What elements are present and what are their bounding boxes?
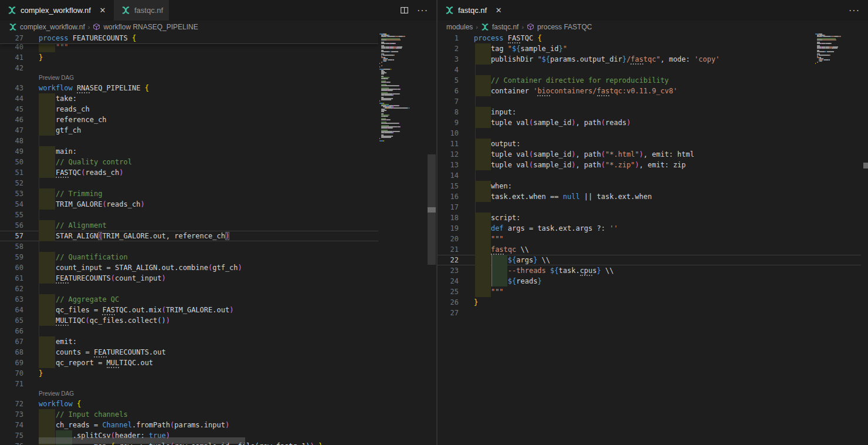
breadcrumb-item[interactable]: complex_workflow.nf (9, 23, 85, 31)
line-number[interactable]: 16 (438, 191, 459, 202)
code-line[interactable]: 52 (0, 178, 378, 188)
line-number[interactable]: 25 (438, 286, 459, 297)
code-line[interactable]: 44 take: (0, 93, 378, 104)
line-number[interactable]: 48 (0, 136, 23, 146)
line-number[interactable]: 63 (0, 294, 23, 305)
code-area[interactable]: 1process FASTQC {2 tag "${sample_id}"3 p… (438, 33, 861, 318)
horizontal-scrollbar[interactable] (39, 437, 245, 444)
code-line[interactable]: 56 // Alignment (0, 220, 378, 231)
line-number[interactable]: 50 (0, 157, 23, 167)
codelens-link[interactable]: Preview DAG (39, 75, 74, 81)
line-number[interactable]: 20 (438, 234, 459, 244)
code-line[interactable]: 71 (0, 379, 378, 389)
close-icon[interactable]: ✕ (97, 6, 108, 15)
line-number[interactable]: 44 (0, 93, 23, 104)
breadcrumb-item[interactable]: process FASTQC (527, 23, 592, 31)
code-line[interactable]: 17 (438, 202, 861, 213)
line-number[interactable]: 49 (0, 146, 23, 157)
line-number[interactable]: 45 (0, 104, 23, 114)
line-number[interactable]: 57 (0, 231, 23, 241)
code-line[interactable]: 63 // Aggregate QC (0, 294, 378, 305)
breadcrumb-item[interactable]: workflow RNASEQ_PIPELINE (93, 23, 198, 31)
code-line[interactable]: 73 // Input channels (0, 409, 378, 420)
line-number[interactable]: 11 (438, 139, 459, 149)
code-line[interactable]: 5 // Container directive for reproducibi… (438, 75, 861, 86)
line-number[interactable]: 51 (0, 167, 23, 178)
code-line[interactable]: 74 ch_reads = Channel.fromPath(params.in… (0, 420, 378, 430)
line-number[interactable]: 62 (0, 284, 23, 294)
line-number[interactable]: 7 (438, 96, 459, 107)
line-number[interactable]: 27 (0, 33, 23, 43)
code-line[interactable]: 48 (0, 136, 378, 146)
code-line[interactable]: 49 main: (0, 146, 378, 157)
code-line[interactable]: 43workflow RNASEQ_PIPELINE { (0, 83, 378, 93)
more-actions-icon[interactable]: ··· (417, 5, 428, 16)
line-number[interactable]: 59 (0, 252, 23, 262)
code-line[interactable]: 16 task.ext.when == null || task.ext.whe… (438, 191, 861, 202)
code-line[interactable]: 18 script: (438, 213, 861, 223)
code-line[interactable]: 45 reads_ch (0, 104, 378, 114)
line-number[interactable]: 43 (0, 83, 23, 93)
code-line[interactable]: 55 (0, 210, 378, 220)
code-line[interactable]: 68 counts = FEATURECOUNTS.out (0, 347, 378, 358)
line-number[interactable]: 17 (438, 202, 459, 213)
code-line[interactable]: 15 when: (438, 181, 861, 191)
split-editor-icon[interactable] (400, 6, 409, 15)
close-icon[interactable]: ✕ (493, 6, 504, 15)
line-number[interactable]: 65 (0, 315, 23, 326)
code-line[interactable]: 57 STAR_ALIGN(TRIM_GALORE.out, reference… (0, 231, 378, 241)
line-number[interactable]: 54 (0, 199, 23, 210)
line-number[interactable]: 46 (0, 114, 23, 125)
line-number[interactable]: 75 (0, 430, 23, 441)
tab-fastqc.nf[interactable]: fastqc.nf (114, 0, 169, 21)
line-number[interactable]: 1 (438, 33, 459, 43)
line-number[interactable]: 41 (0, 52, 23, 63)
code-line[interactable]: 54 TRIM_GALORE(reads_ch) (0, 199, 378, 210)
scrollbar-grip[interactable] (863, 163, 868, 168)
tab-fastqc.nf[interactable]: fastqc.nf✕ (438, 0, 510, 21)
code-line[interactable]: 20 """ (438, 234, 861, 244)
code-line[interactable]: 46 reference_ch (0, 114, 378, 125)
line-number[interactable]: 12 (438, 149, 459, 160)
code-line[interactable]: 42 (0, 63, 378, 73)
code-line[interactable]: 72workflow { (0, 399, 378, 409)
code-line[interactable]: 47 gtf_ch (0, 125, 378, 136)
line-number[interactable]: 74 (0, 420, 23, 430)
code-line[interactable]: 59 // Quantification (0, 252, 378, 262)
code-line[interactable]: 60 count_input = STAR_ALIGN.out.combine(… (0, 262, 378, 273)
line-number[interactable]: 58 (0, 241, 23, 252)
line-number[interactable]: 27 (438, 308, 459, 318)
code-line[interactable]: 25 """ (438, 286, 861, 297)
code-line[interactable]: 22 ${args} \\ (438, 255, 861, 265)
line-number[interactable]: 60 (0, 262, 23, 273)
code-line[interactable]: 19 def args = task.ext.args ?: '' (438, 223, 861, 234)
minimap[interactable] (378, 33, 426, 141)
line-number[interactable]: 72 (0, 399, 23, 409)
code-line[interactable]: 13 tuple val(sample_id), path("*.zip"), … (438, 160, 861, 170)
line-number[interactable]: 76 (0, 441, 23, 445)
line-number[interactable]: 47 (0, 125, 23, 136)
breadcrumb-item[interactable]: modules (446, 23, 473, 31)
line-number[interactable]: 67 (0, 336, 23, 347)
code-line[interactable]: 10 (438, 128, 861, 139)
code-line[interactable]: 24 ${reads} (438, 276, 861, 286)
line-number[interactable]: 21 (438, 244, 459, 255)
code-line[interactable]: 69 qc_report = MULTIQC.out (0, 358, 378, 368)
code-line[interactable]: 26} (438, 297, 861, 308)
line-number[interactable]: 64 (0, 305, 23, 315)
line-number[interactable]: 19 (438, 223, 459, 234)
line-number[interactable]: 66 (0, 326, 23, 336)
line-number[interactable]: 6 (438, 86, 459, 96)
line-number[interactable]: 71 (0, 379, 23, 389)
line-number[interactable]: 15 (438, 181, 459, 191)
line-number[interactable]: 70 (0, 368, 23, 379)
code-line[interactable]: 21 fastqc \\ (438, 244, 861, 255)
code-line[interactable]: 4 (438, 65, 861, 75)
code-line[interactable]: 7 (438, 96, 861, 107)
code-line[interactable]: 67 emit: (0, 336, 378, 347)
code-line[interactable]: 66 (0, 326, 378, 336)
line-number[interactable]: 3 (438, 54, 459, 65)
line-number[interactable]: 68 (0, 347, 23, 358)
line-number[interactable]: 26 (438, 297, 459, 308)
line-number[interactable]: 8 (438, 107, 459, 117)
